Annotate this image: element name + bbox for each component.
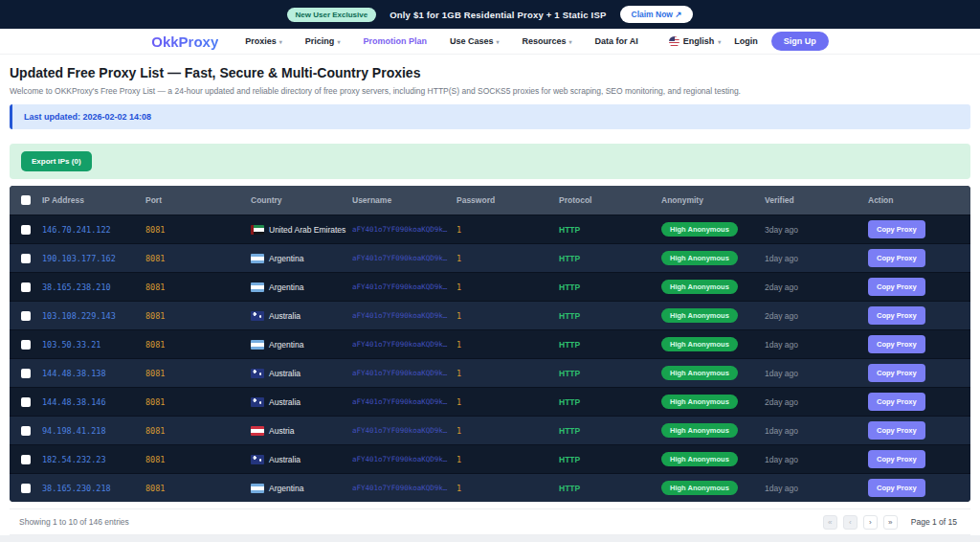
cell-protocol: HTTP: [559, 369, 661, 378]
row-checkbox[interactable]: [21, 225, 31, 235]
cell-ip: 94.198.41.218: [42, 426, 145, 436]
cell-verified: 1day ago: [765, 340, 868, 350]
nav-item-proxies[interactable]: Proxies ▾: [245, 36, 282, 46]
anonymity-badge: High Anonymous: [661, 423, 738, 438]
prev-page-button[interactable]: ‹: [843, 515, 858, 530]
cell-country: Austria: [251, 426, 352, 436]
row-checkbox[interactable]: [21, 254, 31, 263]
cell-port: 8081: [145, 426, 251, 436]
copy-proxy-button[interactable]: Copy Proxy: [868, 421, 925, 440]
bottom-strip: [0, 535, 980, 542]
select-all-checkbox[interactable]: [21, 195, 31, 205]
table-header-row: IP AddressPortCountryUsernamePasswordPro…: [10, 186, 970, 215]
nav-item-pricing[interactable]: Pricing ▾: [305, 36, 341, 46]
promo-text: Only $1 for 1GB Residential Proxy + 1 St…: [390, 10, 606, 20]
cell-protocol: HTTP: [559, 484, 661, 493]
next-page-button[interactable]: ›: [863, 515, 878, 530]
cell-verified: 1day ago: [765, 254, 868, 263]
cell-port: 8081: [145, 340, 251, 350]
cell-port: 8081: [145, 369, 251, 378]
column-header-protocol: Protocol: [559, 195, 661, 205]
first-page-button[interactable]: «: [823, 515, 837, 530]
table-row: 38.165.230.218 8081 Argentina aFY401o7YF…: [10, 473, 970, 502]
cell-country: Argentina: [251, 340, 352, 350]
cell-port: 8081: [145, 397, 251, 407]
chevron-down-icon: ▾: [718, 38, 721, 45]
cell-username: aFY401o7YF090koaKQD9kdkx9h3k1e…: [352, 369, 457, 377]
cell-verified: 3day ago: [765, 225, 868, 235]
cell-ip: 38.165.230.218: [42, 484, 145, 493]
cell-username: aFY401o7YF090koaKQD9kdkx9h3k1e…: [352, 340, 457, 349]
cell-username: aFY401o7YF090koaKQD9kdkx9h3k1e…: [352, 397, 457, 406]
cell-password: 1: [457, 426, 559, 436]
cell-port: 8081: [145, 282, 251, 292]
cell-protocol: HTTP: [559, 455, 661, 464]
column-header-action: Action: [868, 195, 970, 205]
cell-password: 1: [457, 225, 559, 235]
country-flag-icon: [251, 455, 264, 464]
login-link[interactable]: Login: [734, 36, 758, 46]
row-checkbox[interactable]: [21, 340, 31, 350]
promo-banner: New User Exclusive Only $1 for 1GB Resid…: [0, 0, 980, 29]
copy-proxy-button[interactable]: Copy Proxy: [868, 364, 925, 382]
row-checkbox[interactable]: [21, 455, 31, 464]
anonymity-badge: High Anonymous: [661, 222, 738, 237]
proxy-table: IP AddressPortCountryUsernamePasswordPro…: [10, 186, 970, 502]
last-page-button[interactable]: »: [883, 515, 898, 530]
row-checkbox[interactable]: [21, 311, 31, 321]
okkproxy-logo[interactable]: OkkProxy: [151, 34, 218, 50]
nav-item-use-cases[interactable]: Use Cases ▾: [450, 36, 500, 46]
copy-proxy-button[interactable]: Copy Proxy: [868, 249, 925, 267]
anonymity-badge: High Anonymous: [661, 308, 738, 323]
cell-username: aFY401o7YF090koaKQD9kdkx9h3k1e…: [352, 311, 457, 320]
cell-username: aFY401o7YF090koaKQD9kdkx9h3k1e…: [352, 254, 457, 262]
column-header-country: Country: [251, 195, 352, 205]
row-checkbox[interactable]: [21, 484, 31, 493]
chevron-down-icon: ▾: [569, 38, 572, 45]
row-checkbox[interactable]: [21, 282, 31, 292]
export-ips-button[interactable]: Export IPs (0): [21, 151, 92, 171]
row-checkbox[interactable]: [21, 369, 31, 378]
page-title: Updated Free Proxy List — Fast, Secure &…: [10, 65, 970, 80]
row-checkbox[interactable]: [21, 426, 31, 436]
page-info: Page 1 of 15: [911, 517, 957, 527]
copy-proxy-button[interactable]: Copy Proxy: [868, 450, 925, 468]
cell-ip: 190.103.177.162: [42, 254, 145, 263]
cell-ip: 103.50.33.21: [42, 340, 145, 350]
new-user-badge: New User Exclusive: [287, 8, 377, 22]
cell-ip: 146.70.241.122: [42, 225, 145, 235]
copy-proxy-button[interactable]: Copy Proxy: [868, 393, 925, 411]
table-row: 144.48.38.146 8081 Australia aFY401o7YF0…: [10, 387, 970, 416]
cell-username: aFY401o7YF090koaKQD9kdkx9h3k1e…: [352, 455, 457, 463]
table-footer: Showing 1 to 10 of 146 entries Page 1 of…: [10, 508, 970, 535]
cell-protocol: HTTP: [559, 225, 661, 235]
copy-proxy-button[interactable]: Copy Proxy: [868, 479, 925, 497]
cell-password: 1: [457, 455, 559, 464]
copy-proxy-button[interactable]: Copy Proxy: [868, 278, 925, 296]
anonymity-badge: High Anonymous: [661, 481, 738, 495]
cell-port: 8081: [145, 254, 251, 263]
table-row: 146.70.241.122 8081 United Arab Emirates…: [10, 215, 970, 243]
cell-verified: 1day ago: [765, 484, 868, 493]
chevron-down-icon: ▾: [337, 38, 340, 45]
table-row: 103.108.229.143 8081 Australia aFY401o7Y…: [10, 301, 970, 329]
row-checkbox[interactable]: [21, 397, 31, 407]
anonymity-badge: High Anonymous: [661, 280, 738, 294]
claim-now-button[interactable]: Claim Now ↗: [620, 6, 694, 23]
country-flag-icon: [251, 484, 264, 493]
signup-button[interactable]: Sign Up: [771, 32, 829, 51]
table-row: 190.103.177.162 8081 Argentina aFY401o7Y…: [10, 243, 970, 272]
copy-proxy-button[interactable]: Copy Proxy: [868, 335, 925, 353]
language-selector[interactable]: English ▾: [669, 36, 722, 47]
language-label: English: [683, 36, 715, 46]
copy-proxy-button[interactable]: Copy Proxy: [868, 306, 925, 325]
table-row: 94.198.41.218 8081 Austria aFY401o7YF090…: [10, 416, 970, 444]
export-band: Export IPs (0): [10, 144, 970, 179]
nav-item-data-for-ai[interactable]: Data for AI: [595, 36, 638, 46]
nav-item-resources[interactable]: Resources ▾: [522, 36, 571, 46]
copy-proxy-button[interactable]: Copy Proxy: [868, 220, 925, 238]
anonymity-badge: High Anonymous: [661, 395, 738, 409]
table-row: 144.48.38.138 8081 Australia aFY401o7YF0…: [10, 358, 970, 387]
nav-item-promotion-plan[interactable]: Promotion Plan: [363, 36, 427, 46]
cell-password: 1: [457, 484, 559, 493]
